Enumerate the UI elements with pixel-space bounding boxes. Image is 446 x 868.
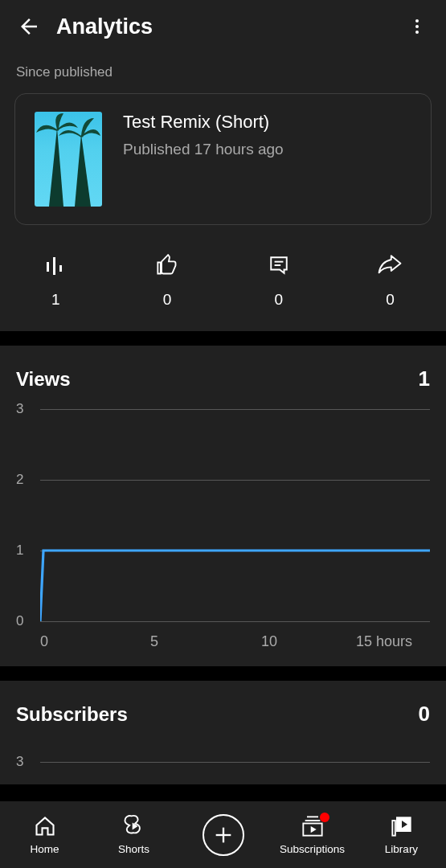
subscribers-value: 0 [419, 702, 430, 727]
since-published-label: Since published [0, 53, 446, 85]
nav-library[interactable]: Library [357, 814, 446, 855]
nav-subscriptions[interactable]: Subscriptions [268, 814, 357, 855]
nav-library-label: Library [385, 843, 418, 855]
svg-point-1 [415, 25, 419, 28]
svg-rect-13 [392, 821, 395, 836]
svg-rect-3 [47, 262, 49, 272]
stat-views[interactable]: 1 [0, 254, 112, 309]
stat-shares-value: 0 [386, 291, 395, 309]
svg-rect-5 [59, 265, 62, 272]
home-icon [33, 814, 57, 838]
more-vert-icon [407, 17, 427, 36]
notification-badge [320, 813, 329, 822]
nav-subscriptions-label: Subscriptions [280, 843, 345, 855]
stat-views-value: 1 [51, 291, 60, 309]
subscribers-title: Subscribers [16, 703, 128, 726]
comment-icon [268, 254, 290, 276]
stat-comments-value: 0 [275, 291, 284, 309]
back-button[interactable] [11, 9, 47, 44]
shorts-icon [123, 814, 145, 838]
video-title: Test Remix (Short) [123, 112, 284, 133]
nav-home[interactable]: Home [0, 814, 89, 855]
views-section: Views 1 3 2 1 0 0 5 10 15 hours [0, 346, 446, 666]
video-thumbnail [35, 112, 102, 207]
views-value: 1 [419, 366, 430, 391]
bottom-nav: Home Shorts Subscriptions Library [0, 800, 446, 868]
page-title: Analytics [56, 14, 399, 39]
svg-rect-4 [53, 257, 55, 275]
subscribers-chart: 3 [16, 744, 430, 784]
nav-shorts[interactable]: Shorts [89, 814, 178, 855]
svg-point-2 [415, 31, 419, 34]
stats-row: 1 0 0 0 [0, 246, 446, 331]
video-published: Published 17 hours ago [123, 141, 284, 158]
views-title: Views [16, 368, 71, 391]
stat-likes-value: 0 [163, 291, 172, 309]
stat-comments[interactable]: 0 [223, 254, 335, 309]
more-button[interactable] [399, 9, 435, 44]
nav-home-label: Home [30, 843, 59, 855]
stat-likes[interactable]: 0 [112, 254, 223, 309]
views-icon [44, 254, 67, 276]
arrow-left-icon [17, 14, 41, 39]
plus-icon [203, 814, 244, 856]
stat-shares[interactable]: 0 [334, 254, 446, 309]
nav-create[interactable] [178, 814, 268, 856]
thumbs-up-icon [155, 254, 179, 276]
subscribers-section: Subscribers 0 3 [0, 681, 446, 784]
library-icon [391, 814, 413, 838]
share-icon [378, 254, 403, 276]
nav-shorts-label: Shorts [118, 843, 149, 855]
svg-point-0 [415, 19, 419, 23]
video-card[interactable]: Test Remix (Short) Published 17 hours ag… [14, 93, 432, 225]
views-chart: 3 2 1 0 0 5 10 15 hours [16, 409, 430, 650]
